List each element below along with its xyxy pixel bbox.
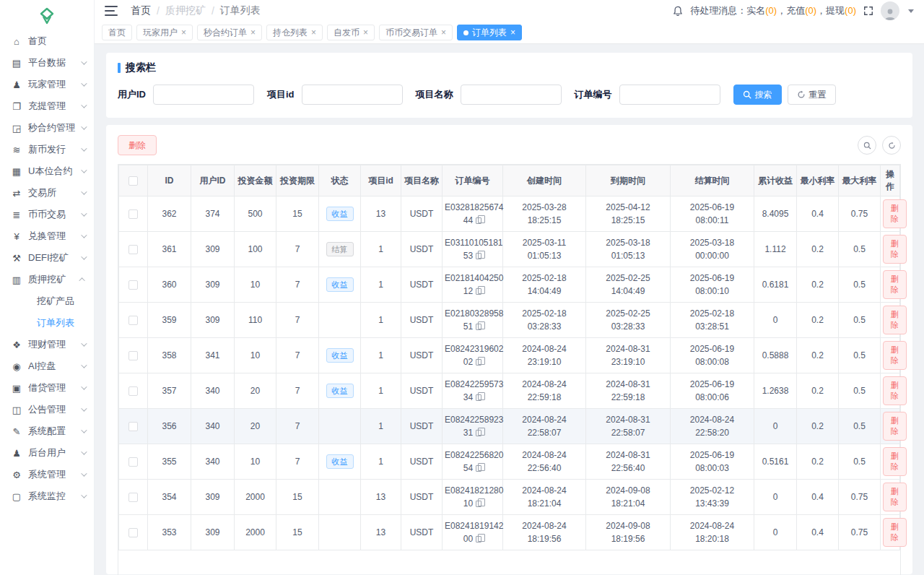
pending-withdraw-count[interactable]: (0) (845, 5, 856, 16)
tab-home[interactable]: 首页 (102, 25, 132, 40)
cell-status (319, 303, 361, 338)
collapse-menu-icon[interactable] (105, 6, 118, 16)
row-delete-button[interactable]: 删除 (883, 199, 907, 228)
sidebar-item-u-contract[interactable]: ▦ U本位合约 (0, 160, 94, 182)
row-delete-button[interactable]: 删除 (883, 412, 907, 441)
close-icon[interactable]: × (441, 28, 446, 37)
refresh-table-button[interactable] (882, 136, 901, 155)
bulk-delete-button[interactable]: 删除 (118, 135, 157, 155)
copy-icon[interactable] (476, 430, 481, 436)
logo (0, 0, 94, 27)
tab-coin-trade-orders[interactable]: 币币交易订单 × (379, 25, 453, 40)
row-delete-button[interactable]: 删除 (883, 341, 907, 370)
sidebar-item-admin-users[interactable]: ♟ 后台用户 (0, 442, 94, 464)
sidebar-item-system-mgmt[interactable]: ⚙ 系统管理 (0, 464, 94, 485)
row-checkbox[interactable] (128, 280, 138, 290)
row-checkbox[interactable] (128, 422, 138, 431)
second-contract-icon: ◲ (11, 123, 22, 134)
chevron-down-icon (81, 405, 87, 411)
close-icon[interactable]: × (363, 28, 368, 37)
copy-icon[interactable] (476, 465, 481, 472)
tab-order-list[interactable]: 订单列表 × (457, 25, 522, 40)
row-delete-button[interactable]: 删除 (883, 518, 907, 547)
sidebar-item-lending-mgmt[interactable]: ▣ 借贷管理 (0, 377, 94, 399)
copy-icon[interactable] (476, 288, 481, 295)
toggle-search-button[interactable] (858, 136, 876, 155)
project-name-input[interactable] (461, 85, 562, 105)
row-checkbox[interactable] (128, 386, 138, 396)
row-delete-button[interactable]: 删除 (883, 235, 907, 264)
sidebar-item-staking-mining[interactable]: ▥ 质押挖矿 (0, 269, 94, 290)
copy-icon[interactable] (476, 217, 481, 224)
cell-amount: 10 (235, 444, 276, 480)
sidebar-item-home[interactable]: ⌂ 首页 (0, 30, 94, 52)
tab-self-coin[interactable]: 自发币 × (327, 25, 375, 40)
column-header: 结算时间 (671, 165, 754, 196)
copy-icon[interactable] (476, 324, 481, 330)
close-icon[interactable]: × (311, 28, 316, 37)
tab-second-contract-orders[interactable]: 秒合约订单 × (197, 25, 262, 40)
sidebar-item-ai-control[interactable]: ◉ AI控盘 (0, 355, 94, 377)
sidebar-subitem-order-list[interactable]: 订单列表 (0, 312, 94, 334)
row-checkbox[interactable] (128, 316, 138, 325)
pending-recharge-count[interactable]: (0) (805, 5, 816, 16)
tab-position-list[interactable]: 持仓列表 × (266, 25, 323, 40)
fullscreen-icon[interactable] (863, 6, 873, 16)
sidebar-item-recharge-withdraw[interactable]: ❐ 充提管理 (0, 95, 94, 117)
cell-expire-time: 2024-09-08 18:19:56 (586, 515, 671, 550)
close-icon[interactable]: × (510, 28, 515, 37)
sidebar-item-system-config[interactable]: ✎ 系统配置 (0, 420, 94, 442)
sidebar-item-announcement-mgmt[interactable]: ◫ 公告管理 (0, 399, 94, 420)
brand-logo-icon (38, 7, 56, 25)
close-icon[interactable]: × (181, 28, 186, 37)
search-button[interactable]: 搜索 (733, 85, 782, 105)
table-row: 3563402071USDTE08242258923312024-08-24 2… (119, 409, 900, 444)
sidebar-item-platform-data[interactable]: ▤ 平台数据 (0, 52, 94, 74)
pending-realname-count[interactable]: (0) (765, 5, 777, 16)
sidebar-subitem-mining-products[interactable]: 挖矿产品 (0, 290, 94, 312)
row-delete-button[interactable]: 删除 (883, 376, 907, 405)
copy-icon[interactable] (476, 536, 481, 542)
cell-project-id: 1 (361, 444, 401, 480)
row-delete-button[interactable]: 删除 (883, 270, 907, 299)
row-checkbox[interactable] (128, 493, 138, 502)
tab-player-users[interactable]: 玩家用户 × (136, 25, 193, 40)
user-menu-caret-icon[interactable] (908, 9, 914, 13)
sidebar-item-player-mgmt[interactable]: ♟ 玩家管理 (0, 74, 94, 95)
sidebar-item-finance-mgmt[interactable]: ❖ 理财管理 (0, 334, 94, 355)
breadcrumb-home[interactable]: 首页 (131, 4, 151, 17)
user-avatar[interactable] (881, 1, 899, 20)
sidebar-item-swap-mgmt[interactable]: ¥ 兑换管理 (0, 225, 94, 247)
select-all-header (119, 165, 148, 196)
sidebar-item-exchange[interactable]: ⇄ 交易所 (0, 182, 94, 204)
sidebar-item-new-coin[interactable]: ≋ 新币发行 (0, 139, 94, 160)
user-id-input[interactable] (153, 85, 254, 105)
cell-id: 355 (148, 444, 191, 480)
cell-amount: 20 (235, 373, 276, 409)
reset-button[interactable]: 重置 (788, 85, 836, 105)
order-no-input[interactable] (619, 85, 720, 105)
row-delete-button[interactable]: 删除 (883, 306, 907, 334)
bell-icon[interactable] (673, 6, 683, 17)
copy-icon[interactable] (476, 359, 481, 366)
copy-icon[interactable] (476, 253, 481, 259)
row-delete-button[interactable]: 删除 (883, 483, 907, 511)
row-checkbox[interactable] (128, 245, 138, 254)
project-id-input[interactable] (302, 85, 403, 105)
row-checkbox[interactable] (128, 209, 138, 219)
row-checkbox[interactable] (128, 351, 138, 360)
row-checkbox[interactable] (128, 528, 138, 537)
cell-id: 357 (148, 373, 191, 409)
row-checkbox[interactable] (128, 457, 138, 467)
sidebar-item-system-monitor[interactable]: ▢ 系统监控 (0, 485, 94, 507)
copy-icon[interactable] (476, 501, 481, 507)
sidebar-item-defi-mining[interactable]: ⚒ DEFI挖矿 (0, 247, 94, 269)
select-all-checkbox[interactable] (128, 176, 138, 186)
sidebar-item-coin-trade[interactable]: ≣ 币币交易 (0, 204, 94, 225)
close-icon[interactable]: × (250, 28, 256, 37)
cell-amount: 500 (235, 196, 276, 232)
sidebar-item-second-contract[interactable]: ◲ 秒合约管理 (0, 117, 94, 139)
row-delete-button[interactable]: 删除 (883, 447, 907, 476)
copy-icon[interactable] (476, 394, 481, 401)
monitor-icon: ▢ (11, 491, 22, 502)
